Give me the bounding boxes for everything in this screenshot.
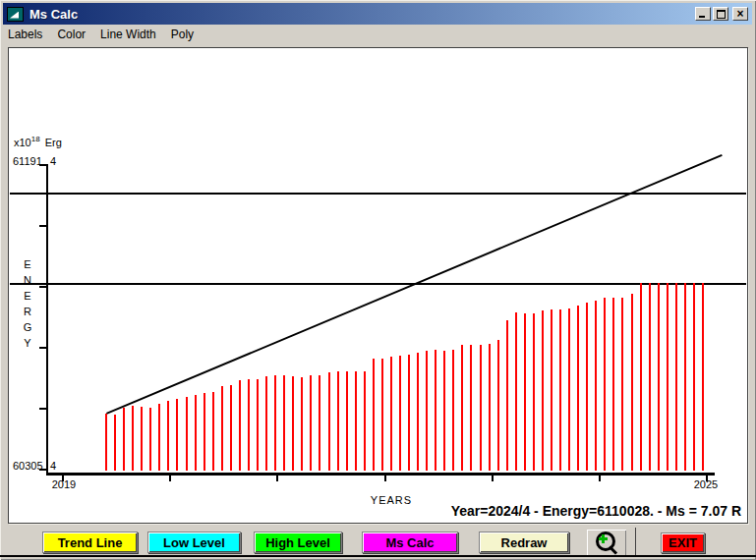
energy-bar [149, 408, 151, 471]
energy-bar [631, 294, 633, 471]
energy-bar [105, 414, 107, 471]
y-axis-tick [39, 347, 46, 349]
energy-bar [506, 320, 508, 471]
x-axis-tick [492, 476, 494, 481]
energy-bar [346, 371, 348, 471]
energy-bar [577, 306, 579, 471]
ms-calc-button[interactable]: Ms Calc [362, 532, 458, 553]
energy-bar [132, 406, 134, 471]
magnifier-plus-v [602, 534, 605, 543]
energy-bar [328, 372, 330, 471]
x-axis-tick [599, 476, 601, 481]
maximize-button[interactable] [713, 7, 728, 21]
minimize-button[interactable] [695, 7, 711, 21]
window-controls: × [693, 7, 748, 21]
unit-name: Erg [45, 137, 62, 148]
energy-bar [310, 375, 312, 471]
energy-bar [612, 298, 614, 471]
energy-bar [381, 359, 383, 471]
low-level-button[interactable]: Low Level [147, 532, 241, 553]
energy-bar [461, 345, 463, 471]
plot-area: x1018Erg 61191 4 ENERGY 60305 4 2019 202… [8, 47, 748, 524]
chart-layer [9, 48, 747, 523]
y-axis-tick [39, 286, 46, 288]
x-axis-title: YEARS [352, 494, 431, 506]
energy-bar [480, 345, 482, 471]
high-level-line [10, 193, 746, 195]
energy-bar [684, 283, 686, 471]
energy-bar [568, 308, 570, 471]
y-axis-unit-label: x1018Erg [14, 135, 62, 148]
energy-bar [212, 392, 214, 471]
energy-bar [702, 283, 704, 471]
energy-bar [114, 415, 116, 471]
titlebar: Ms Calc × [3, 3, 752, 25]
menu-poly[interactable]: Poly [169, 27, 196, 42]
redraw-button[interactable]: Redraw [479, 532, 569, 553]
window-bottom-edge [0, 555, 756, 557]
energy-bar [257, 379, 259, 471]
energy-bar [141, 407, 143, 471]
energy-bar [373, 359, 375, 471]
energy-bar [186, 397, 188, 471]
energy-bar [390, 357, 392, 471]
energy-bar [649, 283, 651, 471]
y-max-label-fraction: 4 [50, 155, 56, 167]
energy-bar [435, 350, 436, 471]
energy-bar [658, 283, 660, 471]
energy-bar [355, 371, 357, 471]
y-axis-title: ENERGY [22, 258, 33, 353]
unit-exponent: 18 [31, 135, 40, 143]
y-axis-tick [39, 225, 46, 227]
energy-bar [443, 351, 445, 471]
menubar: Labels Color Line Width Poly [6, 26, 206, 42]
energy-bar [248, 379, 250, 471]
energy-bar [337, 371, 339, 471]
exit-button[interactable]: EXIT [661, 532, 705, 553]
energy-bar [195, 395, 197, 471]
energy-bar [204, 393, 205, 471]
status-readout: Year=2024/4 - Energy=6110028. - Ms = 7.0… [451, 503, 741, 519]
zoom-button[interactable] [587, 530, 626, 556]
energy-bar [158, 404, 160, 471]
energy-bar [426, 351, 428, 471]
energy-bar [408, 355, 410, 471]
close-button[interactable]: × [732, 7, 748, 21]
y-min-label: 60305 [13, 460, 43, 472]
energy-bar [693, 283, 695, 471]
y-min-label-fraction: 4 [50, 460, 56, 472]
energy-bar [621, 298, 623, 471]
energy-bar [586, 303, 588, 471]
y-axis [46, 164, 48, 475]
energy-bar [595, 301, 597, 471]
low-level-line [10, 283, 746, 285]
ms-calc-window: Ms Calc × Labels Color Line Width Poly x… [0, 0, 756, 560]
energy-bar [274, 375, 276, 471]
window-title: Ms Calc [29, 7, 693, 22]
close-icon: × [736, 9, 743, 19]
high-level-button[interactable]: High Level [254, 532, 342, 553]
app-icon [7, 7, 24, 22]
x-axis-tick [276, 476, 278, 481]
menu-labels[interactable]: Labels [6, 27, 44, 42]
energy-bar [533, 313, 535, 471]
energy-bar [559, 309, 561, 471]
energy-bar [301, 377, 303, 471]
energy-bar [489, 344, 491, 471]
energy-bar [604, 298, 606, 471]
energy-bar [230, 385, 232, 471]
unit-prefix: x10 [14, 137, 31, 148]
menu-line-width[interactable]: Line Width [98, 27, 158, 42]
maximize-icon [717, 10, 726, 19]
trend-line-button[interactable]: Trend Line [42, 532, 138, 553]
energy-bar [667, 283, 669, 471]
minimize-icon [699, 16, 705, 18]
button-divider [635, 528, 636, 556]
y-axis-tick [39, 408, 46, 410]
menu-color[interactable]: Color [55, 27, 87, 42]
energy-bar [283, 375, 285, 471]
energy-bar [452, 350, 454, 471]
energy-bar [239, 380, 241, 471]
energy-bar [417, 353, 419, 471]
energy-bar [497, 340, 499, 471]
